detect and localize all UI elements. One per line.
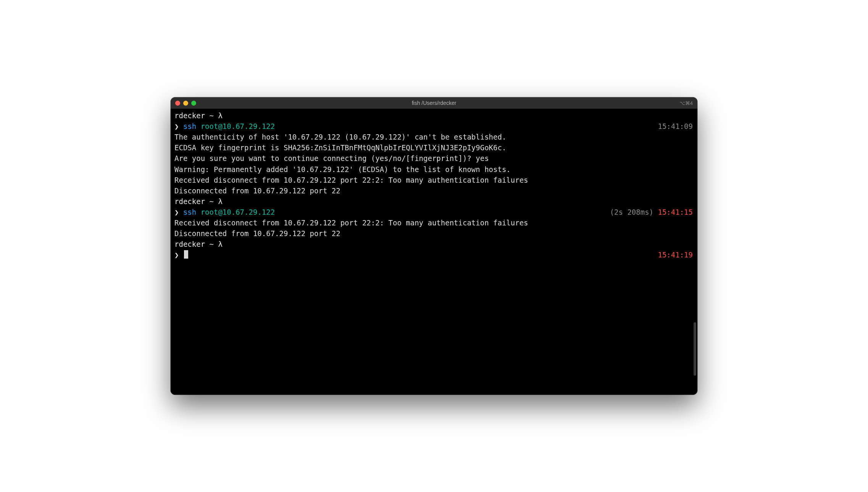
prompt-user: rdecker [174, 240, 205, 248]
prompt-line: rdecker ~ λ [174, 239, 693, 249]
prompt-sep: ~ [205, 197, 218, 206]
minimize-icon[interactable] [183, 101, 188, 106]
title-right-shortcut: ⌥⌘4 [679, 100, 693, 106]
prompt-lambda: λ [218, 240, 222, 248]
command-name: ssh [183, 208, 196, 216]
prompt-arrow-icon: ❯ [174, 208, 183, 216]
traffic-lights [175, 101, 196, 106]
prompt-user: rdecker [174, 197, 205, 206]
titlebar: fish /Users/rdecker ⌥⌘4 [171, 97, 697, 109]
prompt-arrow-icon: ❯ [174, 122, 183, 130]
prompt-lambda: λ [218, 111, 222, 120]
command-name: ssh [183, 122, 196, 130]
command-arg: root@10.67.29.122 [201, 122, 275, 130]
cmd-timestamp: 15:41:15 [658, 208, 693, 216]
cmd-timestamp: 15:41:19 [658, 251, 693, 259]
output-line: Disconnected from 10.67.29.122 port 22 [174, 228, 693, 239]
scrollbar[interactable] [694, 322, 696, 376]
window-title: fish /Users/rdecker [171, 100, 697, 106]
output-line: The authenticity of host '10.67.29.122 (… [174, 132, 693, 142]
prompt-line: rdecker ~ λ [174, 196, 693, 207]
command-row-current[interactable]: ❯ 15:41:19 [174, 249, 693, 260]
prompt-sep: ~ [205, 240, 218, 248]
command-row: ❯ ssh root@10.67.29.122(2s 208ms) 15:41:… [174, 207, 693, 217]
output-line: Received disconnect from 10.67.29.122 po… [174, 217, 693, 228]
output-line: ECDSA key fingerprint is SHA256:ZnSiInTB… [174, 142, 693, 153]
cmd-duration: (2s 208ms) [610, 208, 658, 216]
command-row: ❯ ssh root@10.67.29.12215:41:09 [174, 121, 693, 132]
prompt-lambda: λ [218, 197, 222, 206]
terminal-viewport[interactable]: rdecker ~ λ❯ ssh root@10.67.29.12215:41:… [171, 109, 697, 395]
prompt-line: rdecker ~ λ [174, 110, 693, 121]
output-line: Disconnected from 10.67.29.122 port 22 [174, 185, 693, 196]
output-line: Received disconnect from 10.67.29.122 po… [174, 175, 693, 185]
cmd-timestamp: 15:41:09 [658, 122, 693, 130]
close-icon[interactable] [175, 101, 180, 106]
command-arg: root@10.67.29.122 [201, 208, 275, 216]
zoom-icon[interactable] [191, 101, 196, 106]
prompt-user: rdecker [174, 111, 205, 120]
terminal-window: fish /Users/rdecker ⌥⌘4 rdecker ~ λ❯ ssh… [171, 97, 697, 395]
prompt-sep: ~ [205, 111, 218, 120]
output-line: Are you sure you want to continue connec… [174, 153, 693, 164]
cursor [184, 250, 188, 259]
prompt-arrow-icon: ❯ [174, 251, 183, 259]
output-line: Warning: Permanently added '10.67.29.122… [174, 164, 693, 175]
